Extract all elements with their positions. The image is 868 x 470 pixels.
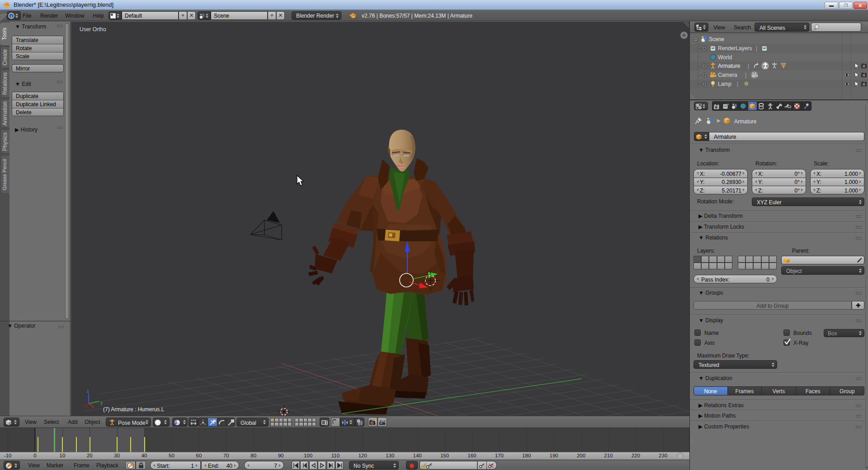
svg-text:y: y [100, 400, 103, 405]
svg-text:z: z [87, 389, 89, 394]
svg-text:x: x [92, 404, 94, 409]
